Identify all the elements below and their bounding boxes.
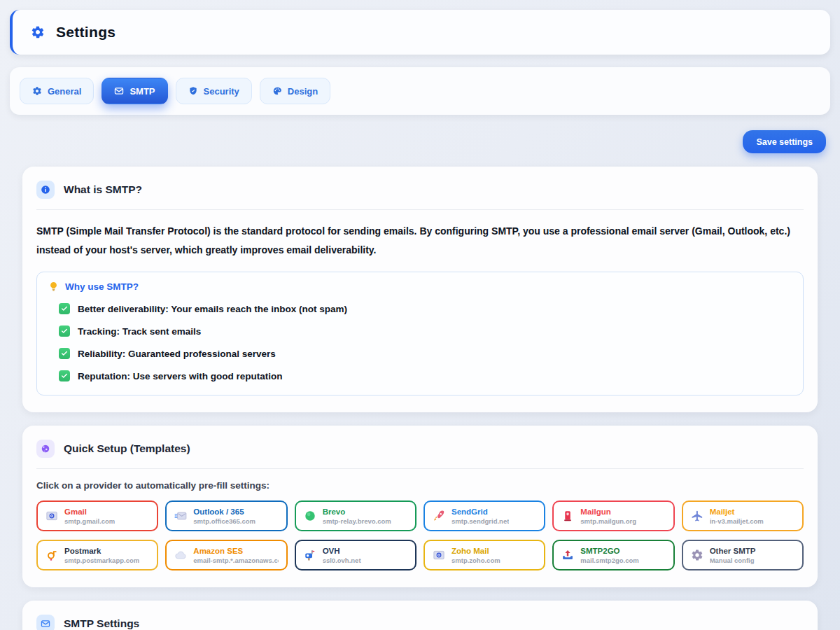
settings-tabbar: General SMTP Security Design xyxy=(10,67,830,115)
cloud-icon xyxy=(174,549,187,561)
divider xyxy=(36,468,804,469)
tab-label: Security xyxy=(204,86,239,97)
provider-smtp2go[interactable]: SMTP2GOmail.smtp2go.com xyxy=(552,540,674,570)
tab-label: General xyxy=(48,86,81,97)
card-title: SMTP Settings xyxy=(64,617,139,630)
list-item: Reliability: Guaranteed professional ser… xyxy=(59,348,792,359)
provider-sendgrid[interactable]: SendGridsmtp.sendgrid.net xyxy=(424,500,545,531)
provider-outlook[interactable]: Outlook / 365smtp.office365.com xyxy=(165,500,287,531)
save-settings-button[interactable]: Save settings xyxy=(743,130,826,153)
provider-mailjet[interactable]: Mailjetin-v3.mailjet.com xyxy=(682,500,804,531)
tab-general[interactable]: General xyxy=(20,78,94,104)
brevo-dot-icon xyxy=(304,510,316,522)
shield-icon xyxy=(188,86,198,96)
tab-smtp[interactable]: SMTP xyxy=(102,78,167,104)
gear-icon xyxy=(32,86,42,96)
card-title: What is SMTP? xyxy=(64,183,142,196)
list-item: Tracking: Track sent emails xyxy=(59,326,792,337)
card-title: Quick Setup (Templates) xyxy=(64,442,190,455)
globe-icon xyxy=(36,440,55,458)
list-item: Reputation: Use servers with good reputa… xyxy=(59,370,792,382)
rocket-icon xyxy=(433,510,445,522)
outlook-envelope-icon xyxy=(174,510,187,522)
quick-setup-hint: Click on a provider to automatically pre… xyxy=(36,480,804,491)
postbox-icon xyxy=(561,510,574,522)
smtp-description: SMTP (Simple Mail Transfer Protocol) is … xyxy=(36,222,804,260)
provider-other-smtp[interactable]: Other SMTPManual config xyxy=(682,540,804,570)
mailbox-icon xyxy=(304,549,316,561)
gmail-email-icon xyxy=(46,510,58,522)
page-title: Settings xyxy=(56,24,115,41)
gear-icon xyxy=(691,549,704,561)
check-icon xyxy=(59,326,70,337)
postal-horn-icon xyxy=(46,549,58,561)
tab-security[interactable]: Security xyxy=(176,78,252,104)
quick-setup-card: Quick Setup (Templates) Click on a provi… xyxy=(22,426,818,587)
airplane-icon xyxy=(691,510,704,522)
outbox-icon xyxy=(561,549,574,561)
provider-amazon-ses[interactable]: Amazon SESemail-smtp.*.amazonaws.com xyxy=(165,540,287,570)
envelope-icon xyxy=(114,86,124,96)
provider-brevo[interactable]: Brevosmtp-relay.brevo.com xyxy=(295,500,416,531)
palette-icon xyxy=(272,86,282,96)
smtp-settings-card: SMTP Settings Enable SMTP xyxy=(22,601,818,630)
why-use-smtp-box: Why use SMTP? Better deliverability: You… xyxy=(36,272,804,396)
envelope-icon xyxy=(36,615,55,630)
check-icon xyxy=(59,303,70,314)
tab-label: SMTP xyxy=(130,86,155,97)
list-item: Better deliverability: Your emails reach… xyxy=(59,303,792,314)
info-icon xyxy=(36,181,55,199)
provider-grid: Gmailsmtp.gmail.com Outlook / 365smtp.of… xyxy=(36,500,804,570)
check-icon xyxy=(59,370,70,382)
zoho-email-icon xyxy=(433,549,445,561)
divider xyxy=(36,209,804,210)
provider-mailgun[interactable]: Mailgunsmtp.mailgun.org xyxy=(552,500,674,531)
provider-postmark[interactable]: Postmarksmtp.postmarkapp.com xyxy=(36,540,158,570)
gear-icon xyxy=(31,25,45,39)
check-icon xyxy=(59,348,70,359)
what-is-smtp-card: What is SMTP? SMTP (Simple Mail Transfer… xyxy=(22,167,818,412)
provider-gmail[interactable]: Gmailsmtp.gmail.com xyxy=(36,500,158,531)
provider-zoho[interactable]: Zoho Mailsmtp.zoho.com xyxy=(424,540,545,570)
why-box-title: Why use SMTP? xyxy=(65,281,139,292)
page-header: Settings xyxy=(10,10,830,55)
tab-design[interactable]: Design xyxy=(260,78,330,104)
tab-label: Design xyxy=(288,86,318,97)
lightbulb-icon xyxy=(48,281,59,292)
provider-ovh[interactable]: OVHssl0.ovh.net xyxy=(295,540,416,570)
